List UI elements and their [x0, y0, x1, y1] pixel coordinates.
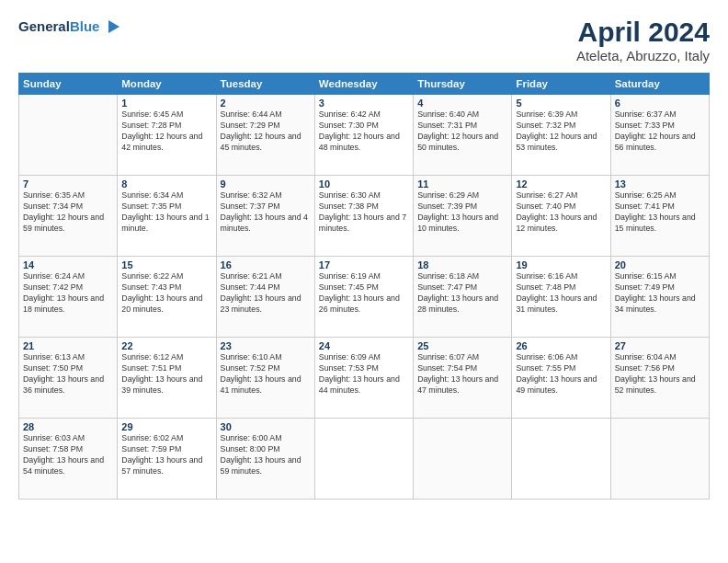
calendar-cell: 9Sunrise: 6:32 AMSunset: 7:37 PMDaylight…	[216, 176, 314, 257]
day-number: 9	[221, 178, 311, 190]
day-info: Sunrise: 6:19 AMSunset: 7:45 PMDaylight:…	[319, 271, 409, 316]
calendar-cell: 17Sunrise: 6:19 AMSunset: 7:45 PMDayligh…	[314, 257, 413, 338]
week-row-4: 21Sunrise: 6:13 AMSunset: 7:50 PMDayligh…	[19, 338, 710, 419]
day-number: 6	[615, 98, 705, 109]
day-number: 15	[121, 259, 211, 270]
day-info: Sunrise: 6:30 AMSunset: 7:38 PMDaylight:…	[319, 190, 409, 235]
day-number: 17	[319, 259, 409, 270]
calendar-cell: 12Sunrise: 6:27 AMSunset: 7:40 PMDayligh…	[512, 176, 610, 257]
calendar-cell	[19, 95, 118, 176]
col-header-sunday: Sunday	[19, 74, 118, 95]
day-number: 26	[516, 340, 606, 351]
calendar-table: SundayMondayTuesdayWednesdayThursdayFrid…	[18, 73, 710, 500]
day-number: 11	[417, 178, 507, 190]
calendar-cell: 13Sunrise: 6:25 AMSunset: 7:41 PMDayligh…	[610, 176, 709, 257]
calendar-cell: 2Sunrise: 6:44 AMSunset: 7:29 PMDaylight…	[216, 95, 314, 176]
day-number: 23	[221, 340, 311, 351]
calendar-cell: 18Sunrise: 6:18 AMSunset: 7:47 PMDayligh…	[414, 257, 512, 338]
day-info: Sunrise: 6:24 AMSunset: 7:42 PMDaylight:…	[23, 271, 113, 316]
calendar-cell: 15Sunrise: 6:22 AMSunset: 7:43 PMDayligh…	[118, 257, 216, 338]
day-info: Sunrise: 6:22 AMSunset: 7:43 PMDaylight:…	[121, 271, 211, 316]
calendar-cell: 30Sunrise: 6:00 AMSunset: 8:00 PMDayligh…	[216, 419, 314, 500]
day-number: 28	[23, 421, 113, 432]
header-row: SundayMondayTuesdayWednesdayThursdayFrid…	[19, 74, 710, 95]
day-number: 1	[121, 98, 211, 109]
calendar-cell: 5Sunrise: 6:39 AMSunset: 7:32 PMDaylight…	[512, 95, 610, 176]
main-title: April 2024	[576, 17, 710, 48]
col-header-thursday: Thursday	[414, 74, 512, 95]
calendar-cell: 11Sunrise: 6:29 AMSunset: 7:39 PMDayligh…	[414, 176, 512, 257]
day-number: 14	[23, 259, 113, 270]
calendar-cell: 19Sunrise: 6:16 AMSunset: 7:48 PMDayligh…	[512, 257, 610, 338]
calendar-cell: 1Sunrise: 6:45 AMSunset: 7:28 PMDaylight…	[118, 95, 216, 176]
calendar-cell: 10Sunrise: 6:30 AMSunset: 7:38 PMDayligh…	[314, 176, 413, 257]
day-number: 7	[23, 178, 113, 190]
week-row-2: 7Sunrise: 6:35 AMSunset: 7:34 PMDaylight…	[19, 176, 710, 257]
day-info: Sunrise: 6:10 AMSunset: 7:52 PMDaylight:…	[221, 352, 311, 396]
header: GeneralBlue April 2024 Ateleta, Abruzzo,…	[18, 17, 710, 63]
day-number: 13	[615, 178, 705, 190]
calendar-cell: 23Sunrise: 6:10 AMSunset: 7:52 PMDayligh…	[216, 338, 314, 419]
calendar-cell: 26Sunrise: 6:06 AMSunset: 7:55 PMDayligh…	[512, 338, 610, 419]
day-number: 29	[121, 421, 211, 432]
calendar-cell: 7Sunrise: 6:35 AMSunset: 7:34 PMDaylight…	[19, 176, 118, 257]
day-number: 20	[615, 259, 705, 270]
calendar-cell: 25Sunrise: 6:07 AMSunset: 7:54 PMDayligh…	[414, 338, 512, 419]
col-header-monday: Monday	[118, 74, 216, 95]
calendar-cell: 22Sunrise: 6:12 AMSunset: 7:51 PMDayligh…	[118, 338, 216, 419]
day-info: Sunrise: 6:29 AMSunset: 7:39 PMDaylight:…	[417, 190, 507, 235]
day-number: 25	[417, 340, 507, 351]
week-row-3: 14Sunrise: 6:24 AMSunset: 7:42 PMDayligh…	[19, 257, 710, 338]
calendar-cell: 4Sunrise: 6:40 AMSunset: 7:31 PMDaylight…	[414, 95, 512, 176]
calendar-cell: 29Sunrise: 6:02 AMSunset: 7:59 PMDayligh…	[118, 419, 216, 500]
logo: GeneralBlue	[18, 17, 121, 37]
day-info: Sunrise: 6:15 AMSunset: 7:49 PMDaylight:…	[615, 271, 705, 316]
day-info: Sunrise: 6:16 AMSunset: 7:48 PMDaylight:…	[516, 271, 606, 316]
calendar-cell: 16Sunrise: 6:21 AMSunset: 7:44 PMDayligh…	[216, 257, 314, 338]
day-info: Sunrise: 6:39 AMSunset: 7:32 PMDaylight:…	[516, 109, 606, 154]
logo-text: GeneralBlue	[18, 18, 99, 34]
day-info: Sunrise: 6:42 AMSunset: 7:30 PMDaylight:…	[319, 109, 409, 154]
day-info: Sunrise: 6:25 AMSunset: 7:41 PMDaylight:…	[615, 190, 705, 235]
day-number: 16	[221, 259, 311, 270]
day-info: Sunrise: 6:07 AMSunset: 7:54 PMDaylight:…	[417, 352, 507, 396]
calendar-cell: 3Sunrise: 6:42 AMSunset: 7:30 PMDaylight…	[314, 95, 413, 176]
day-info: Sunrise: 6:35 AMSunset: 7:34 PMDaylight:…	[23, 190, 113, 235]
page: GeneralBlue April 2024 Ateleta, Abruzzo,…	[0, 0, 728, 563]
calendar-cell: 14Sunrise: 6:24 AMSunset: 7:42 PMDayligh…	[19, 257, 118, 338]
day-info: Sunrise: 6:21 AMSunset: 7:44 PMDaylight:…	[221, 271, 311, 316]
calendar-cell: 20Sunrise: 6:15 AMSunset: 7:49 PMDayligh…	[610, 257, 709, 338]
day-info: Sunrise: 6:04 AMSunset: 7:56 PMDaylight:…	[615, 352, 705, 396]
day-info: Sunrise: 6:06 AMSunset: 7:55 PMDaylight:…	[516, 352, 606, 396]
day-number: 3	[319, 98, 409, 109]
calendar-cell: 6Sunrise: 6:37 AMSunset: 7:33 PMDaylight…	[610, 95, 709, 176]
day-number: 12	[516, 178, 606, 190]
calendar-cell	[610, 419, 709, 500]
calendar-cell: 24Sunrise: 6:09 AMSunset: 7:53 PMDayligh…	[314, 338, 413, 419]
day-info: Sunrise: 6:13 AMSunset: 7:50 PMDaylight:…	[23, 352, 113, 396]
day-info: Sunrise: 6:27 AMSunset: 7:40 PMDaylight:…	[516, 190, 606, 235]
day-number: 2	[221, 98, 311, 109]
col-header-wednesday: Wednesday	[314, 74, 413, 95]
day-info: Sunrise: 6:09 AMSunset: 7:53 PMDaylight:…	[319, 352, 409, 396]
svg-marker-0	[108, 20, 119, 33]
calendar-cell: 21Sunrise: 6:13 AMSunset: 7:50 PMDayligh…	[19, 338, 118, 419]
week-row-1: 1Sunrise: 6:45 AMSunset: 7:28 PMDaylight…	[19, 95, 710, 176]
day-info: Sunrise: 6:12 AMSunset: 7:51 PMDaylight:…	[121, 352, 211, 396]
day-number: 19	[516, 259, 606, 270]
day-info: Sunrise: 6:45 AMSunset: 7:28 PMDaylight:…	[121, 109, 211, 154]
calendar-cell	[512, 419, 610, 500]
day-number: 10	[319, 178, 409, 190]
day-number: 24	[319, 340, 409, 351]
week-row-5: 28Sunrise: 6:03 AMSunset: 7:58 PMDayligh…	[19, 419, 710, 500]
calendar-cell	[314, 419, 413, 500]
day-number: 21	[23, 340, 113, 351]
calendar-cell	[414, 419, 512, 500]
day-info: Sunrise: 6:44 AMSunset: 7:29 PMDaylight:…	[221, 109, 311, 154]
day-info: Sunrise: 6:18 AMSunset: 7:47 PMDaylight:…	[417, 271, 507, 316]
col-header-saturday: Saturday	[610, 74, 709, 95]
day-number: 22	[121, 340, 211, 351]
day-info: Sunrise: 6:40 AMSunset: 7:31 PMDaylight:…	[417, 109, 507, 154]
logo-icon	[101, 17, 121, 37]
day-number: 18	[417, 259, 507, 270]
